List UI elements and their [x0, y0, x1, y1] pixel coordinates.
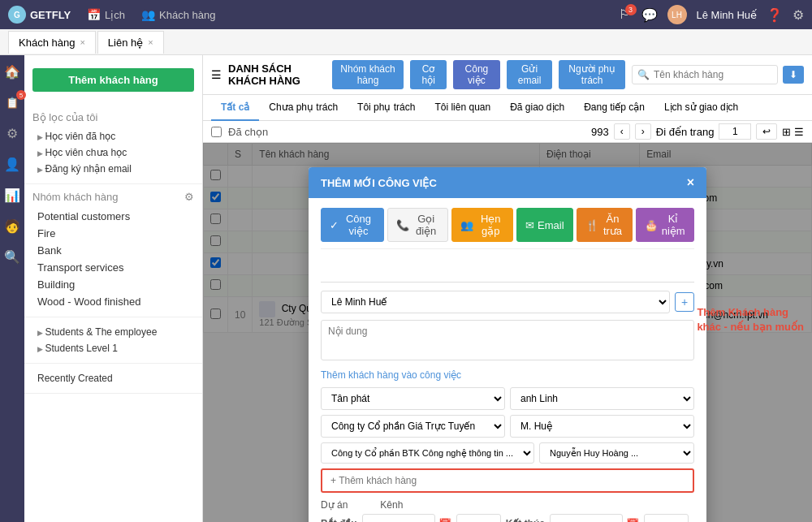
view-icons: ⊞ ☰ — [782, 126, 804, 138]
task-type-lunch[interactable]: 🍴 Ăn trưa — [577, 208, 633, 242]
prev-page-btn[interactable]: ‹ — [614, 123, 630, 140]
search-input[interactable] — [632, 65, 778, 84]
filter-item-2[interactable]: Học viên chưa học — [32, 145, 194, 161]
task-type-email[interactable]: ✉ Email — [516, 208, 573, 242]
sidebar-icon-person[interactable]: 🧑 — [2, 216, 22, 235]
end-time-input[interactable]: 23:59 — [644, 514, 689, 522]
filter-title: Bộ lọc của tôi — [32, 111, 194, 123]
contact-select-2[interactable]: M. Huệ — [510, 415, 694, 438]
customer-select-1[interactable]: Tân phát — [321, 387, 505, 410]
add-assignee-btn[interactable]: + — [675, 292, 694, 312]
customer-row-1: Tân phát anh Linh — [321, 387, 694, 410]
group-building[interactable]: Building — [32, 276, 194, 293]
contact-select-3[interactable]: Nguyễn Huy Hoàng ... — [539, 442, 694, 464]
sidebar-icon-5[interactable]: 📋 5 — [2, 93, 22, 112]
btn-assignee[interactable]: Người phụ trách — [559, 60, 625, 89]
select-all-checkbox[interactable] — [211, 127, 222, 137]
recently-section: Recently Created — [24, 364, 202, 394]
chat-btn[interactable]: 💬 — [641, 7, 658, 23]
modal-title: THÊM MỚI CÔNG VIỆC — [321, 177, 437, 189]
hamburger-icon[interactable]: ☰ — [211, 68, 222, 81]
sidebar-badge: 5 — [16, 90, 26, 100]
email-icon: ✉ — [525, 219, 534, 231]
app-logo[interactable]: G GETFLY — [8, 6, 71, 24]
datetime-row: Bắt đầu 23/03/2015 📅 00:00 Kết thúc 23/0… — [321, 514, 694, 522]
project-label: Dự án — [321, 499, 348, 511]
end-cal-icon[interactable]: 📅 — [626, 518, 639, 523]
end-date-input[interactable]: 23/03/2015 — [550, 514, 623, 522]
customer-select-2[interactable]: Công ty Cổ phần Giá Trực Tuyến — [321, 415, 505, 438]
help-btn[interactable]: ❓ — [767, 7, 783, 23]
start-cal-icon[interactable]: 📅 — [438, 518, 451, 523]
task-title-input[interactable]: Đi gặp khách hàng khu vực Thanh Xuân - H… — [321, 259, 694, 283]
tab-contacts-close[interactable]: × — [148, 37, 153, 47]
add-customer-link[interactable]: Thêm khách hàng vào công việc — [321, 369, 694, 381]
student-item-2[interactable]: Students Level 1 — [32, 340, 194, 356]
subtab-related[interactable]: Tôi liên quan — [425, 95, 500, 121]
content-textarea[interactable] — [321, 320, 694, 360]
nav-customers[interactable]: 👥 Khách hàng — [141, 8, 215, 21]
contact-select-1[interactable]: anh Linh — [510, 387, 694, 410]
group-section: Nhóm khách hàng ⚙ Potential customers Fi… — [24, 184, 202, 317]
task-icon: ✓ — [330, 219, 339, 231]
subtab-mine[interactable]: Tôi phụ trách — [348, 95, 425, 121]
group-fire[interactable]: Fire — [32, 225, 194, 242]
tab-customers-close[interactable]: × — [80, 37, 84, 47]
flag-btn[interactable]: 🏳 3 — [619, 7, 632, 22]
goto-btn[interactable]: ↩ — [756, 123, 777, 140]
customer-row-3: Công ty Cổ phần BTK Công nghệ thông tin … — [321, 442, 694, 464]
add-customer-button[interactable]: Thêm khách hàng — [32, 68, 194, 92]
sidebar-icon-chart[interactable]: 📊 — [2, 185, 22, 205]
sidebar-icon-gear[interactable]: ⚙ — [2, 123, 22, 143]
sidebar-icon-people[interactable]: 👤 — [2, 154, 22, 174]
customers-icon: 👥 — [141, 8, 155, 21]
task-type-call[interactable]: 📞 Gọi điện — [387, 208, 448, 242]
modal-close-btn[interactable]: × — [687, 175, 694, 190]
sidebar-icon-home[interactable]: 🏠 — [2, 62, 22, 81]
group-wood[interactable]: Wood - Wood finished — [32, 293, 194, 310]
group-gear-icon[interactable]: ⚙ — [184, 191, 194, 203]
tab-contacts[interactable]: Liên hệ × — [97, 31, 164, 54]
page-input[interactable] — [719, 123, 751, 140]
customer-select-3[interactable]: Công ty Cổ phần BTK Công nghệ thông tin … — [321, 442, 534, 464]
nav-calendar[interactable]: 📅 Lịch — [87, 8, 125, 21]
btn-task[interactable]: Công việc — [453, 60, 500, 89]
filter-item-3[interactable]: Đăng ký nhận email — [32, 161, 194, 177]
subtab-transacted[interactable]: Đã giao dịch — [500, 95, 574, 121]
sidebar-icon-search[interactable]: 🔍 — [2, 247, 22, 266]
filter-item-1[interactable]: Học viên đã học — [32, 128, 194, 145]
settings-btn[interactable]: ⚙ — [793, 7, 804, 23]
selected-info: Đã chọn — [211, 126, 268, 138]
student-item-1[interactable]: Students & The employee — [32, 324, 194, 340]
flag-badge: 3 — [625, 4, 637, 15]
btn-group-customers[interactable]: Nhóm khách hàng — [332, 60, 404, 89]
subtab-history[interactable]: Lịch sử giao dịch — [654, 95, 748, 121]
subtab-unassigned[interactable]: Chưa phụ trách — [259, 95, 348, 121]
task-type-tabs: ✓ Công việc 📞 Gọi điện 👥 Hẹn gặp — [321, 208, 694, 249]
recently-created[interactable]: Recently Created — [32, 370, 194, 386]
btn-email[interactable]: Gửi email — [507, 60, 553, 89]
filter-section: Bộ lọc của tôi Học viên đã học Học viên … — [24, 105, 202, 184]
group-bank[interactable]: Bank — [32, 242, 194, 259]
next-page-btn[interactable]: › — [635, 123, 651, 140]
logo-icon: G — [8, 6, 26, 24]
start-date-input[interactable]: 23/03/2015 — [362, 514, 435, 522]
task-type-anniversary[interactable]: 🎂 Kỉ niệm — [636, 208, 694, 242]
add-customer-input[interactable] — [321, 468, 694, 493]
subtab-all[interactable]: Tất cả — [211, 95, 259, 121]
export-btn[interactable]: ⬇ — [783, 66, 804, 84]
avatar: LH — [667, 5, 687, 24]
btn-opportunity[interactable]: Cơ hội — [410, 60, 447, 89]
add-customer-section: Thêm khách hàng — [24, 55, 202, 105]
group-transport[interactable]: Transport services — [32, 259, 194, 276]
tab-customers[interactable]: Khách hàng × — [8, 31, 96, 54]
header-search: 🔍 ⬇ — [632, 65, 804, 84]
task-type-task[interactable]: ✓ Công việc — [321, 208, 384, 242]
task-type-meet[interactable]: 👥 Hẹn gặp — [451, 208, 513, 242]
subtab-approaching[interactable]: Đang tiếp cận — [574, 95, 654, 121]
assignee-select[interactable]: Lê Minh Huế — [321, 291, 670, 313]
add-task-modal: THÊM MỚI CÔNG VIỆC × ✓ Công việc 📞 — [309, 167, 706, 522]
sidebar-icons: 🏠 📋 5 ⚙ 👤 📊 🧑 🔍 — [0, 55, 24, 522]
group-potential[interactable]: Potential customers — [32, 208, 194, 225]
start-time-input[interactable]: 00:00 — [456, 514, 501, 522]
